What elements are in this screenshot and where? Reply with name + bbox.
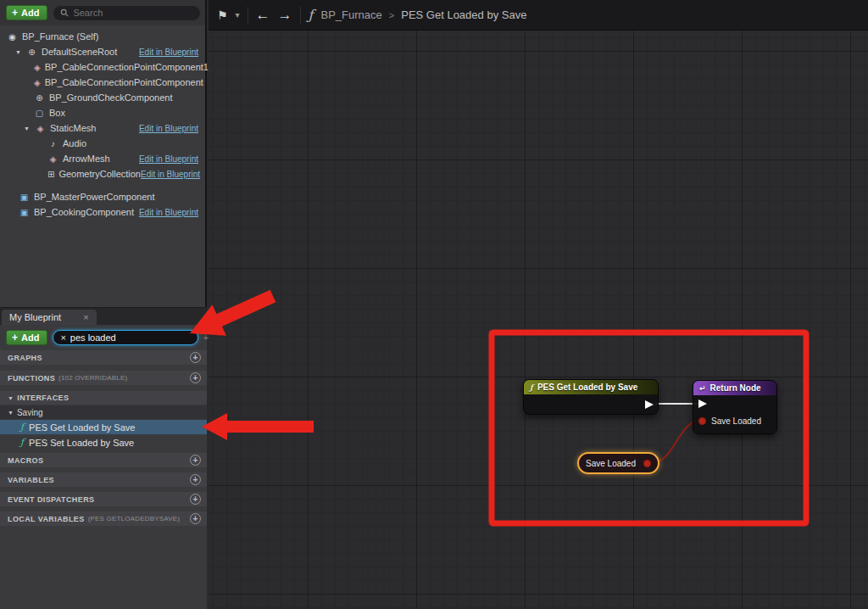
tree-row[interactable]: ⊞ GeometryCollection Edit in Blueprint <box>0 166 205 182</box>
node-variable-getter-save-loaded[interactable]: Save Loaded <box>577 452 659 474</box>
section-label: EVENT DISPATCHERS <box>8 495 94 504</box>
navigate-back-button[interactable]: ← <box>256 8 270 22</box>
components-search-input[interactable] <box>73 8 193 18</box>
section-label: FUNCTIONS <box>8 374 55 383</box>
edit-in-blueprint-link[interactable]: Edit in Blueprint <box>139 124 198 133</box>
section-header-macros[interactable]: MACROS + <box>0 453 207 467</box>
section-header-functions[interactable]: FUNCTIONS (102 OVERRIDABLE) + <box>0 371 207 385</box>
function-item-label: PES Get Loaded by Save <box>29 422 135 433</box>
breadcrumb: BP_Furnace > PES Get Loaded by Save <box>321 8 527 21</box>
tree-row[interactable]: ⊕ BP_GroundCheckComponent <box>0 90 205 105</box>
mesh-icon: ◈ <box>34 63 41 72</box>
exec-input-pin[interactable] <box>698 399 707 408</box>
edit-in-blueprint-link[interactable]: Edit in Blueprint <box>139 208 198 217</box>
breadcrumb-current: PES Get Loaded by Save <box>401 8 526 21</box>
tree-row[interactable]: ▢ Box <box>0 105 205 120</box>
tree-row-label: StaticMesh <box>50 123 96 133</box>
components-search-box[interactable] <box>53 6 200 20</box>
components-toolbar: + Add <box>0 0 205 25</box>
blueprint-graph-canvas[interactable]: ƒ PES Get Loaded by Save ↵ Return Node S… <box>209 31 868 609</box>
add-variable-icon[interactable]: + <box>190 474 201 485</box>
edit-in-blueprint-link[interactable]: Edit in Blueprint <box>139 47 198 57</box>
node-row <box>693 395 776 412</box>
clear-search-icon[interactable]: × <box>60 332 65 343</box>
bool-input-pin[interactable] <box>698 417 706 425</box>
tree-row[interactable]: ◉ BP_Furnace (Self) <box>0 29 205 44</box>
add-function-icon[interactable]: + <box>190 372 201 383</box>
expander-icon[interactable]: ▼ <box>15 49 24 55</box>
navigate-forward-button[interactable]: → <box>278 8 292 22</box>
tree-row-label: Audio <box>63 138 86 148</box>
tree-row-label: DefaultSceneRoot <box>42 47 117 57</box>
add-graph-icon[interactable]: + <box>190 352 201 363</box>
section-header-local-variables[interactable]: LOCAL VARIABLES (PES GETLOADEDBYSAVE) + <box>0 511 207 526</box>
function-item-pes-get-loaded-by-save[interactable]: ƒ PES Get Loaded by Save <box>0 420 207 434</box>
tree-row-label: BP_Furnace (Self) <box>22 31 98 42</box>
add-component-label: Add <box>21 8 39 18</box>
tree-row-label: BP_CableConnectionPointComponent <box>45 77 203 87</box>
search-options-icon[interactable]: + <box>203 332 209 343</box>
components-tree: ◉ BP_Furnace (Self) ▼ ⊕ DefaultSceneRoot… <box>0 29 205 220</box>
tab-label: My Blueprint <box>9 312 61 322</box>
collapse-icon[interactable]: ▼ <box>8 395 14 401</box>
tree-row[interactable]: ▼ ⊕ DefaultSceneRoot Edit in Blueprint <box>0 44 205 59</box>
collapse-icon[interactable]: ▼ <box>8 410 14 416</box>
graph-toolbar: ⚑ ▾ ← → ƒ BP_Furnace > PES Get Loaded by… <box>209 0 868 31</box>
tree-row[interactable]: ◈ ArrowMesh Edit in Blueprint <box>0 151 205 166</box>
section-header-event-dispatchers[interactable]: EVENT DISPATCHERS + <box>0 492 207 506</box>
my-blueprint-search-input[interactable] <box>70 332 191 343</box>
my-blueprint-search-box[interactable]: × <box>53 330 198 345</box>
tree-row[interactable]: ▣ BP_CookingComponent Edit in Blueprint <box>0 204 205 220</box>
edit-in-blueprint-link[interactable]: Edit in Blueprint <box>141 170 200 179</box>
plus-icon: + <box>12 7 18 19</box>
tree-row[interactable]: ◈ BP_CableConnectionPointComponent1 <box>0 59 205 75</box>
tree-row-label: BP_GroundCheckComponent <box>49 92 173 103</box>
breadcrumb-root[interactable]: BP_Furnace <box>321 8 382 21</box>
edit-in-blueprint-link[interactable]: Edit in Blueprint <box>139 154 198 164</box>
add-new-label: Add <box>21 332 39 343</box>
section-label: MACROS <box>8 456 43 465</box>
function-graph-icon: ƒ <box>309 7 314 23</box>
section-header-graphs[interactable]: GRAPHS + <box>0 350 207 365</box>
add-macro-icon[interactable]: + <box>190 455 201 466</box>
section-header-interfaces[interactable]: ▼ INTERFACES <box>0 391 207 405</box>
actor-icon: ◉ <box>7 32 18 42</box>
tree-row[interactable]: ◈ BP_CableConnectionPointComponent <box>0 75 205 90</box>
add-local-variable-icon[interactable]: + <box>190 513 201 524</box>
section-label: GRAPHS <box>8 354 42 362</box>
node-header[interactable]: ↵ Return Node <box>693 381 776 395</box>
my-blueprint-tabbar: My Blueprint × <box>0 308 207 325</box>
tree-row-label: BP_CableConnectionPointComponent1 <box>45 62 209 72</box>
wire-layer <box>209 31 868 609</box>
components-panel: + Add ◉ BP_Furnace (Self) ▼ ⊕ DefaultSce… <box>0 0 207 609</box>
function-icon: ƒ <box>20 422 24 433</box>
tree-row-label: ArrowMesh <box>63 154 110 164</box>
node-return[interactable]: ↵ Return Node Save Loaded <box>693 380 777 434</box>
mesh-icon: ◈ <box>34 78 41 87</box>
section-suffix: (102 OVERRIDABLE) <box>58 374 127 382</box>
section-suffix: (PES GETLOADEDBYSAVE) <box>88 515 181 522</box>
tab-my-blueprint[interactable]: My Blueprint × <box>2 310 97 325</box>
close-icon[interactable]: × <box>83 312 88 322</box>
add-event-dispatcher-icon[interactable]: + <box>190 494 201 505</box>
chevron-down-icon[interactable]: ▾ <box>236 10 240 20</box>
section-label: INTERFACES <box>17 394 69 402</box>
category-saving[interactable]: ▼ Saving <box>0 405 207 419</box>
node-function-entry[interactable]: ƒ PES Get Loaded by Save <box>523 379 659 415</box>
expander-icon[interactable]: ▼ <box>24 126 32 131</box>
tree-row[interactable]: ▼ ◈ StaticMesh Edit in Blueprint <box>0 120 205 136</box>
exec-output-pin[interactable] <box>645 400 654 409</box>
pin-label: Save Loaded <box>711 416 761 426</box>
section-label: VARIABLES <box>8 476 54 484</box>
component-icon: ▣ <box>19 208 30 217</box>
unreal-blueprint-editor: + Add ◉ BP_Furnace (Self) ▼ ⊕ DefaultSce… <box>0 0 868 609</box>
section-header-variables[interactable]: VARIABLES + <box>0 472 207 487</box>
add-component-button[interactable]: + Add <box>6 5 47 20</box>
node-header[interactable]: ƒ PES Get Loaded by Save <box>524 380 658 394</box>
function-item-pes-set-loaded-by-save[interactable]: ƒ PES Set Loaded by Save <box>0 435 207 450</box>
bookmark-icon[interactable]: ⚑ <box>217 8 228 22</box>
add-new-button[interactable]: + Add <box>6 330 47 345</box>
bool-output-pin[interactable] <box>643 460 651 467</box>
tree-row[interactable]: ▣ BP_MasterPowerComponent <box>0 189 205 204</box>
tree-row[interactable]: ♪ Audio <box>0 136 205 151</box>
